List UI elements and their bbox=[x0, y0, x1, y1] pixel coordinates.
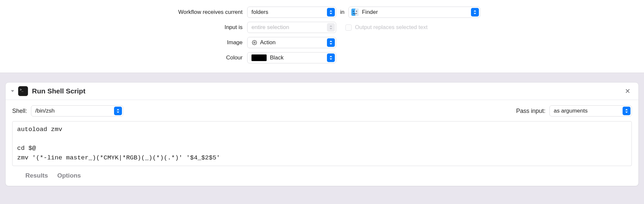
pass-input-label: Pass input: bbox=[516, 108, 545, 115]
colour-value: Black bbox=[270, 54, 284, 61]
input-is-row: Input is entire selection Output replace… bbox=[0, 22, 644, 33]
input-is-value: entire selection bbox=[251, 24, 289, 31]
finder-icon bbox=[351, 9, 359, 16]
svg-point-3 bbox=[356, 11, 357, 12]
colour-select[interactable]: Black bbox=[247, 52, 336, 63]
input-is-label: Input is bbox=[125, 24, 247, 31]
svg-line-10 bbox=[253, 41, 253, 41]
image-select[interactable]: Action bbox=[247, 37, 336, 48]
action-header: Run Shell Script ✕ bbox=[6, 83, 638, 100]
pass-input-value: as arguments bbox=[554, 108, 588, 114]
shell-select[interactable]: /bin/zsh bbox=[31, 105, 123, 117]
receives-label: Workflow receives current bbox=[125, 9, 247, 16]
in-label: in bbox=[340, 9, 344, 16]
svg-point-5 bbox=[254, 42, 255, 43]
input-is-select: entire selection bbox=[247, 22, 336, 33]
pass-input-select[interactable]: as arguments bbox=[549, 105, 632, 117]
colour-row: Colour Black bbox=[0, 52, 644, 63]
action-footer: Results Options bbox=[12, 172, 632, 179]
receives-type-select[interactable]: folders bbox=[247, 7, 336, 18]
svg-point-2 bbox=[353, 11, 354, 12]
shell-value: /bin/zsh bbox=[35, 108, 55, 114]
action-controls-row: Shell: /bin/zsh Pass input: as arguments bbox=[12, 105, 632, 117]
dropdown-stepper-icon bbox=[327, 23, 335, 32]
image-value: Action bbox=[260, 39, 276, 46]
run-shell-script-action: Run Shell Script ✕ Shell: /bin/zsh Pass … bbox=[5, 82, 639, 186]
shell-label: Shell: bbox=[12, 108, 27, 115]
workflow-config-panel: Workflow receives current folders in Fin… bbox=[0, 0, 644, 73]
output-replaces-label: Output replaces selected text bbox=[355, 24, 427, 31]
dropdown-stepper-icon bbox=[623, 107, 630, 115]
output-replaces-row: Output replaces selected text bbox=[345, 24, 427, 31]
svg-rect-1 bbox=[355, 9, 359, 16]
gear-icon bbox=[251, 40, 257, 46]
options-tab[interactable]: Options bbox=[57, 172, 81, 179]
action-title: Run Shell Script bbox=[32, 87, 622, 95]
script-textarea[interactable]: autoload zmv cd $@ zmv '(*-line master_)… bbox=[12, 121, 632, 166]
output-replaces-checkbox bbox=[345, 24, 352, 31]
disclosure-triangle-icon[interactable] bbox=[9, 87, 16, 95]
application-select[interactable]: Finder bbox=[348, 7, 480, 18]
svg-line-12 bbox=[256, 41, 256, 41]
colour-label: Colour bbox=[125, 54, 247, 61]
dropdown-stepper-icon bbox=[327, 38, 335, 47]
dropdown-stepper-icon bbox=[471, 8, 479, 17]
svg-line-13 bbox=[253, 44, 253, 44]
close-icon[interactable]: ✕ bbox=[622, 86, 633, 96]
dropdown-stepper-icon bbox=[114, 107, 122, 115]
dropdown-stepper-icon bbox=[327, 53, 335, 62]
svg-line-11 bbox=[256, 44, 256, 44]
dropdown-stepper-icon bbox=[327, 8, 335, 17]
image-label: Image bbox=[125, 39, 247, 46]
terminal-icon bbox=[18, 86, 28, 96]
results-tab[interactable]: Results bbox=[25, 172, 48, 179]
colour-swatch bbox=[251, 54, 267, 61]
application-value: Finder bbox=[362, 9, 378, 16]
receives-row: Workflow receives current folders in Fin… bbox=[0, 7, 644, 18]
receives-type-value: folders bbox=[251, 9, 268, 16]
action-body: Shell: /bin/zsh Pass input: as arguments bbox=[6, 100, 638, 186]
image-row: Image Act bbox=[0, 37, 644, 48]
